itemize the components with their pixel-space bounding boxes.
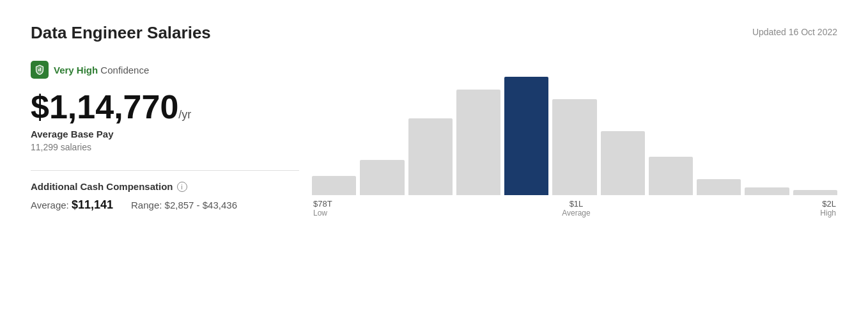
bar-inactive bbox=[745, 187, 789, 195]
bar-col bbox=[745, 187, 789, 195]
bar-col bbox=[408, 118, 453, 195]
bar-col bbox=[504, 77, 548, 195]
bar-active bbox=[504, 77, 548, 195]
bar-inactive bbox=[649, 157, 693, 195]
svg-rect-1 bbox=[40, 68, 42, 71]
comp-details: Average: $11,141 Range: $2,857 - $43,436 bbox=[31, 198, 299, 212]
additional-comp-label: Additional Cash Compensation i bbox=[31, 181, 299, 192]
confidence-label: Very High Confidence bbox=[54, 65, 149, 75]
bar-inactive bbox=[601, 131, 645, 195]
chart-container: $78T Low $1L Average $2L High bbox=[312, 67, 837, 218]
info-icon[interactable]: i bbox=[177, 182, 187, 192]
bar-col bbox=[649, 157, 693, 195]
chart-axis: $78T Low $1L Average $2L High bbox=[312, 199, 837, 218]
bar-col bbox=[312, 176, 356, 195]
svg-rect-0 bbox=[38, 69, 40, 71]
bar-col bbox=[793, 190, 837, 195]
right-panel: $78T Low $1L Average $2L High bbox=[299, 61, 837, 218]
range-comp-row: Range: $2,857 - $43,436 bbox=[131, 200, 237, 210]
bar-inactive bbox=[408, 118, 453, 195]
content-row: Very High Confidence $1,14,770/yr Averag… bbox=[31, 61, 837, 218]
bar-col bbox=[456, 90, 500, 195]
bars-area bbox=[312, 67, 837, 195]
bar-inactive bbox=[456, 90, 500, 195]
salary-display: $1,14,770/yr bbox=[31, 90, 299, 123]
header-row: Data Engineer Salaries Updated 16 Oct 20… bbox=[31, 23, 837, 43]
bar-col bbox=[360, 160, 404, 195]
salary-card: Data Engineer Salaries Updated 16 Oct 20… bbox=[0, 0, 868, 325]
divider bbox=[31, 170, 299, 171]
axis-average: $1L Average bbox=[562, 199, 590, 218]
bar-inactive bbox=[793, 190, 837, 195]
avg-base-pay-label: Average Base Pay bbox=[31, 129, 299, 139]
bar-col bbox=[601, 131, 645, 195]
updated-date: Updated 16 Oct 2022 bbox=[752, 23, 837, 37]
bar-col bbox=[552, 99, 596, 195]
avg-comp-row: Average: $11,141 bbox=[31, 198, 113, 212]
bar-col bbox=[697, 179, 741, 195]
left-panel: Very High Confidence $1,14,770/yr Averag… bbox=[31, 61, 299, 212]
bar-inactive bbox=[697, 179, 741, 195]
salaries-count: 11,299 salaries bbox=[31, 142, 299, 152]
axis-low: $78T Low bbox=[313, 199, 332, 218]
bar-inactive bbox=[360, 160, 404, 195]
shield-icon bbox=[31, 61, 49, 79]
bar-inactive bbox=[312, 176, 356, 195]
page-title: Data Engineer Salaries bbox=[31, 23, 211, 43]
confidence-row: Very High Confidence bbox=[31, 61, 299, 79]
bar-inactive bbox=[552, 99, 596, 195]
axis-high: $2L High bbox=[820, 199, 836, 218]
